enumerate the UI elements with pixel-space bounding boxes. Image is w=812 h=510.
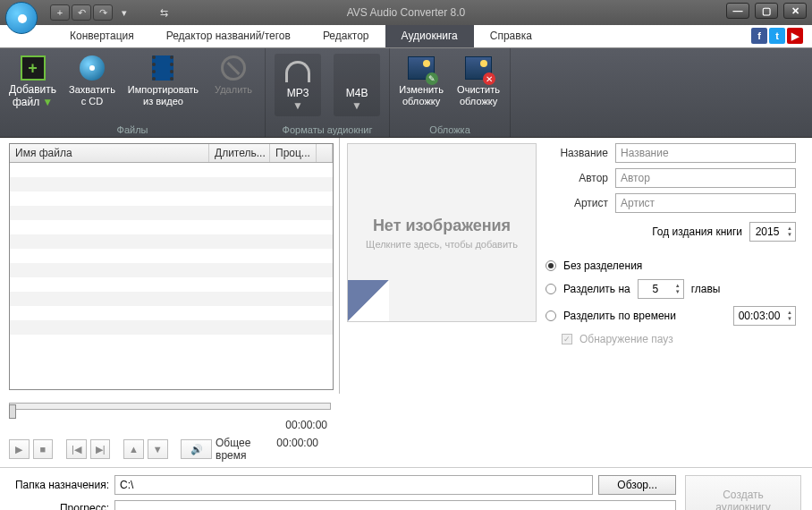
minimize-button[interactable]: —: [726, 3, 749, 19]
edit-badge-icon: ✎: [426, 72, 438, 85]
tab-tag-editor[interactable]: Редактор названий/тегов: [150, 25, 307, 47]
timeline-slider[interactable]: [9, 403, 331, 421]
split-count-unit: главы: [691, 283, 721, 295]
move-down-button[interactable]: ▼: [148, 439, 168, 459]
change-cover-label: Изменить обложку: [399, 84, 444, 106]
quick-access-toolbar: + ↶ ↷ ▾ ⇆: [50, 4, 173, 21]
spin-up-icon[interactable]: ▲: [784, 225, 795, 232]
prev-button[interactable]: |◀: [66, 439, 87, 459]
close-button[interactable]: ✕: [783, 3, 807, 19]
mp3-format-button[interactable]: MP3▼: [275, 54, 321, 116]
move-up-button[interactable]: ▲: [123, 439, 144, 459]
timeline-position: 00:00:00: [0, 419, 340, 431]
files-group-title: Файлы: [117, 123, 148, 135]
facebook-icon[interactable]: f: [751, 28, 767, 44]
clear-cover-button[interactable]: ✕ Очистить обложку: [456, 54, 501, 106]
grab-cd-label: Захватить с CD: [69, 84, 115, 106]
artist-label: Артист: [546, 197, 608, 209]
split-count-spinner[interactable]: ▲▼: [638, 279, 684, 299]
create-audiobook-button: Создать аудиокнигу: [685, 475, 801, 510]
artist-input[interactable]: [615, 193, 796, 213]
split-count-label: Разделить на: [563, 283, 630, 295]
cover-placeholder-title: Нет изображения: [373, 217, 511, 235]
import-video-label: Импортировать из видео: [128, 84, 199, 106]
split-count-input[interactable]: [639, 280, 672, 298]
split-none-radio[interactable]: [546, 260, 556, 271]
stop-button[interactable]: ■: [33, 439, 54, 459]
tab-audiobook[interactable]: Аудиокнига: [385, 25, 474, 47]
progress-label: Прогресс:: [11, 502, 109, 510]
wifi-icon: ⇆: [154, 4, 173, 21]
pause-detect-checkbox: ✓: [562, 334, 572, 344]
author-input[interactable]: [615, 168, 796, 188]
total-time-value: 00:00:00: [276, 437, 318, 462]
col-spacer: [317, 144, 333, 162]
spin-down-icon[interactable]: ▼: [784, 316, 795, 322]
year-label: Год издания книги: [652, 225, 742, 238]
main-tabstrip: Конвертация Редактор названий/тегов Реда…: [0, 25, 812, 48]
cover-placeholder-subtitle: Щелкните здесь, чтобы добавить: [366, 239, 518, 250]
delete-button: Удалить: [211, 54, 256, 109]
next-button[interactable]: ▶|: [90, 439, 111, 459]
import-video-button[interactable]: Импортировать из видео: [128, 54, 199, 109]
cover-group-title: Обложка: [429, 123, 469, 135]
split-time-input[interactable]: [734, 307, 784, 325]
formats-group-title: Форматы аудиокниг: [283, 123, 373, 135]
col-progress[interactable]: Проц...: [270, 144, 317, 162]
split-time-radio[interactable]: [546, 310, 556, 321]
youtube-icon[interactable]: ▶: [787, 28, 803, 44]
volume-button[interactable]: 🔊: [181, 439, 212, 459]
m4b-label: M4B: [346, 87, 368, 99]
spin-up-icon[interactable]: ▲: [784, 310, 795, 316]
split-none-label: Без разделения: [563, 259, 642, 272]
pause-detect-label: Обнаружение пауз: [579, 333, 673, 345]
play-button[interactable]: ▶: [9, 439, 30, 459]
col-filename[interactable]: Имя файла: [10, 144, 209, 162]
window-title: AVS Audio Converter 8.0: [347, 6, 466, 19]
timeline-thumb[interactable]: [9, 404, 16, 419]
year-input[interactable]: [750, 223, 784, 241]
ribbon-group-files: + Добавить файл ▼ Захватить с CD Импорти…: [0, 48, 266, 137]
tab-editor[interactable]: Редактор: [307, 25, 385, 47]
qat-dropdown-icon[interactable]: ▾: [114, 4, 134, 21]
delete-label: Удалить: [215, 84, 252, 96]
spin-down-icon[interactable]: ▼: [672, 289, 683, 295]
m4b-format-button[interactable]: M4B▼: [334, 54, 380, 116]
ribbon: + Добавить файл ▼ Захватить с CD Импорти…: [0, 48, 812, 138]
col-duration[interactable]: Длитель...: [209, 144, 270, 162]
app-icon: [5, 2, 43, 39]
cover-dropzone[interactable]: Нет изображения Щелкните здесь, чтобы до…: [347, 143, 537, 322]
mp3-label: MP3: [287, 87, 309, 99]
split-time-spinner[interactable]: ▲▼: [733, 306, 796, 326]
file-table-body[interactable]: [10, 163, 333, 360]
title-label: Название: [546, 147, 608, 159]
maximize-button[interactable]: ▢: [755, 3, 778, 19]
qat-undo-button[interactable]: ↶: [72, 4, 91, 21]
ribbon-group-cover: ✎ Изменить обложку ✕ Очистить обложку Об…: [390, 48, 511, 137]
dropdown-icon: ▼: [42, 96, 53, 108]
file-table[interactable]: Имя файла Длитель... Проц...: [9, 143, 334, 390]
file-list-pane: Имя файла Длитель... Проц...: [0, 138, 340, 394]
total-time-label: Общее время: [216, 437, 267, 462]
split-count-radio[interactable]: [546, 284, 556, 294]
browse-button[interactable]: Обзор...: [598, 475, 676, 495]
dest-folder-input[interactable]: [114, 475, 593, 495]
progress-bar: [114, 500, 676, 510]
year-spinner[interactable]: ▲▼: [749, 222, 796, 242]
qat-add-button[interactable]: +: [50, 4, 70, 21]
dest-folder-label: Папка назначения:: [11, 479, 109, 491]
add-file-button[interactable]: + Добавить файл ▼: [9, 54, 56, 109]
grab-cd-button[interactable]: Захватить с CD: [69, 54, 115, 109]
tab-convert[interactable]: Конвертация: [54, 25, 150, 47]
tab-help[interactable]: Справка: [474, 25, 548, 47]
qat-redo-button[interactable]: ↷: [93, 4, 113, 21]
spin-up-icon[interactable]: ▲: [672, 283, 683, 289]
spin-down-icon[interactable]: ▼: [784, 232, 795, 238]
metadata-pane: Нет изображения Щелкните здесь, чтобы до…: [340, 138, 812, 394]
twitter-icon[interactable]: t: [769, 28, 785, 44]
title-input[interactable]: [615, 143, 796, 163]
titlebar: + ↶ ↷ ▾ ⇆ AVS Audio Converter 8.0 — ▢ ✕: [0, 0, 812, 25]
author-label: Автор: [546, 172, 608, 184]
clear-cover-label: Очистить обложку: [457, 84, 500, 106]
change-cover-button[interactable]: ✎ Изменить обложку: [399, 54, 444, 106]
